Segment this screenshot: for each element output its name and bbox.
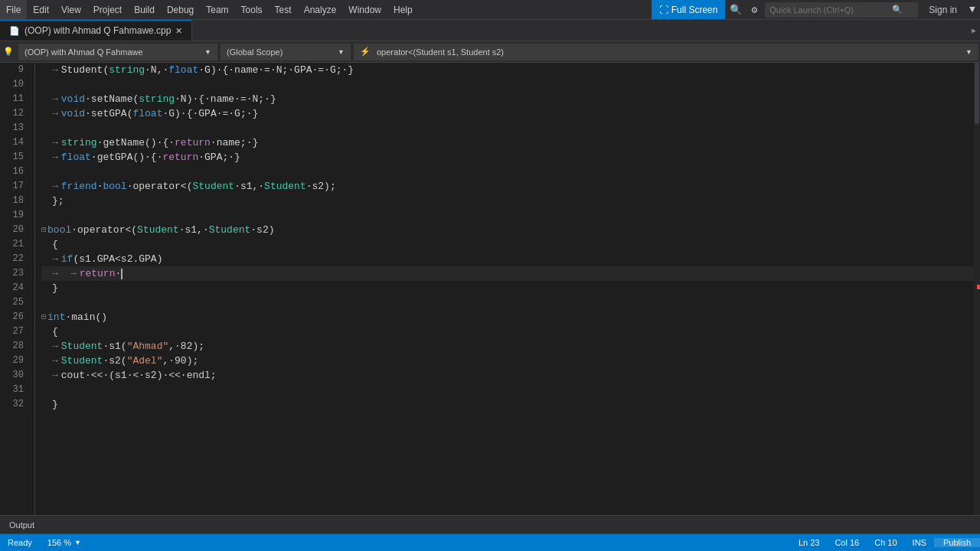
menu-file[interactable]: File <box>0 0 27 19</box>
tab-close-button[interactable]: ✕ <box>175 26 182 36</box>
search-box[interactable]: 🔍 <box>765 2 918 18</box>
ins-label: INS <box>913 538 926 547</box>
indent-arrow-23-0: → <box>52 266 58 281</box>
token-15-2: return <box>162 150 198 165</box>
toolbar-icon-2[interactable]: ⚙ <box>746 4 762 16</box>
line-num-29: 29 <box>0 354 28 368</box>
search-input[interactable] <box>769 5 892 15</box>
publish-label: Publish <box>943 538 971 547</box>
menu-debug[interactable]: Debug <box>161 0 200 19</box>
token-9-0: Student( <box>61 63 109 77</box>
token-17-5: ·s1,· <box>234 179 264 194</box>
token-23-0: return <box>80 266 116 281</box>
code-line-17: →friend·bool·operator<(Student·s1,·Stude… <box>41 179 974 194</box>
menu-project[interactable]: Project <box>87 0 128 19</box>
line-num-15: 15 <box>0 150 28 165</box>
code-line-22: →if(s1.GPA<s2.GPA) <box>41 252 974 266</box>
code-content[interactable]: →Student(string·N,·float·G)·{·name·=·N;·… <box>35 63 974 515</box>
token-15-1: ·getGPA()·{· <box>91 150 163 165</box>
editor-area[interactable]: 9101112131415161718192021222324252627282… <box>0 63 980 515</box>
token-20-5: ·s2) <box>250 223 274 237</box>
menu-analyze[interactable]: Analyze <box>298 0 343 19</box>
signin-button[interactable]: Sign in <box>921 0 965 19</box>
indent-arrow-23-1: → <box>70 266 77 281</box>
indent-arrow-22-0: → <box>52 252 58 266</box>
code-line-13 <box>41 121 974 135</box>
status-ln[interactable]: Ln 23 <box>791 538 828 547</box>
window-control[interactable]: ▼ <box>965 4 980 15</box>
token-18-0: }; <box>52 194 64 208</box>
status-ch[interactable]: Ch 10 <box>867 538 904 547</box>
code-line-23: →→return· <box>41 266 974 281</box>
menu-build[interactable]: Build <box>128 0 161 19</box>
tab-file[interactable]: 📄 (OOP) with Ahmad Q Fahmawe.cpp ✕ <box>0 20 192 41</box>
file-icon: 📄 <box>9 26 20 36</box>
token-28-2: "Ahmad" <box>127 339 169 354</box>
scope-2-dropdown-icon: ▼ <box>338 48 345 56</box>
token-21-0: { <box>52 237 58 252</box>
tab-label: (OOP) with Ahmad Q Fahmawe.cpp <box>24 25 171 36</box>
token-11-2: string <box>139 92 175 106</box>
status-ins[interactable]: INS <box>905 538 934 547</box>
menu-tools[interactable]: Tools <box>235 0 269 19</box>
output-tab[interactable]: Output <box>0 516 44 533</box>
scope-select-2[interactable]: (Global Scope) ▼ <box>220 44 351 60</box>
token-15-3: ·GPA;·} <box>198 150 240 165</box>
line-num-21: 21 <box>0 237 28 252</box>
scope-select-3[interactable]: ⚡ operator<(Student s1, Student s2) ▼ <box>354 44 978 60</box>
indent-arrow-11-0: → <box>52 92 58 106</box>
fullscreen-label: Full Screen <box>671 5 718 15</box>
token-32-0: } <box>52 397 58 412</box>
token-22-1: (s1.GPA<s2.GPA) <box>73 252 162 266</box>
menu-edit[interactable]: Edit <box>27 0 55 19</box>
menu-test[interactable]: Test <box>269 0 298 19</box>
zoom-level[interactable]: 156 % ▼ <box>40 534 89 551</box>
status-right: Ln 23 Col 16 Ch 10 INS Publish <box>791 538 980 547</box>
collapse-icon-20[interactable]: ⊟ <box>41 223 46 237</box>
token-29-3: ,·90); <box>162 354 198 368</box>
status-bar: Ready 156 % ▼ Ln 23 Col 16 Ch 10 INS Pub… <box>0 534 980 551</box>
line-num-14: 14 <box>0 135 28 150</box>
tab-bar: 📄 (OOP) with Ahmad Q Fahmawe.cpp ✕ ▶ <box>0 20 980 41</box>
token-28-0: Student <box>61 339 103 354</box>
menu-team[interactable]: Team <box>200 0 234 19</box>
menu-help[interactable]: Help <box>387 0 419 19</box>
token-11-3: ·N)·{·name·=·N;·} <box>175 92 276 106</box>
code-line-15: →float·getGPA()·{·return·GPA;·} <box>41 150 974 165</box>
fullscreen-button[interactable]: ⛶ Full Screen <box>652 0 726 19</box>
token-11-0: void <box>61 92 85 106</box>
code-line-21: { <box>41 237 974 252</box>
scope-select-1[interactable]: (OOP) with Ahmad Q Fahmawe ▼ <box>18 44 217 60</box>
token-14-0: string <box>61 135 97 150</box>
toolbar-icon-1[interactable]: 🔍 <box>725 4 746 16</box>
collapse-icon-26[interactable]: ⊟ <box>41 310 46 324</box>
scope-icon: 💡 <box>0 47 17 57</box>
bottom-panel: Output <box>0 515 980 534</box>
indent-arrow-15-0: → <box>52 150 58 165</box>
code-line-20: ⊟bool·operator<(Student·s1,·Student·s2) <box>41 223 974 237</box>
code-line-30: →cout·<<·(s1·<·s2)·<<·endl; <box>41 368 974 383</box>
line-num-31: 31 <box>0 383 28 397</box>
indent-arrow-30-0: → <box>52 368 58 383</box>
scope-3-dropdown-icon: ▼ <box>965 48 972 56</box>
token-20-3: ·s1,· <box>179 223 209 237</box>
code-line-10 <box>41 77 974 92</box>
token-24-0: } <box>52 281 58 295</box>
status-ready[interactable]: Ready <box>0 534 40 551</box>
publish-button[interactable]: Publish <box>934 538 980 547</box>
menu-view[interactable]: View <box>55 0 87 19</box>
menu-window[interactable]: Window <box>342 0 387 19</box>
mini-map[interactable] <box>974 63 980 515</box>
indent-arrow-17-0: → <box>52 179 58 194</box>
token-17-6: Student <box>264 179 306 194</box>
token-20-1: ·operator<( <box>71 223 137 237</box>
line-num-24: 24 <box>0 281 28 295</box>
status-col[interactable]: Col 16 <box>827 538 867 547</box>
fullscreen-icon: ⛶ <box>659 5 668 15</box>
code-line-24: } <box>41 281 974 295</box>
token-26-0: int <box>47 310 65 324</box>
code-line-25 <box>41 295 974 310</box>
tab-scroll-right[interactable]: ▶ <box>968 26 980 35</box>
col-label: Col 16 <box>835 538 859 547</box>
line-num-23: 23 <box>0 266 28 281</box>
